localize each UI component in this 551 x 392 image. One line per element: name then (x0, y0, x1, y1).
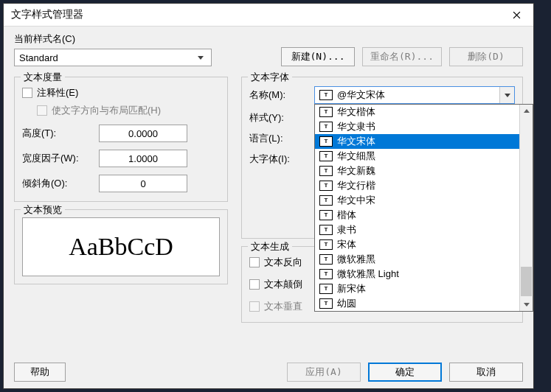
delete-button: 删除(D) (449, 47, 523, 66)
cancel-button[interactable]: 取消 (449, 363, 523, 382)
truetype-icon: T (319, 166, 333, 176)
dialog-title: 文字样式管理器 (11, 8, 83, 21)
font-option[interactable]: T隶书 (315, 223, 533, 237)
oblique-label: 倾斜角(O): (22, 177, 93, 190)
font-option[interactable]: T微软雅黑 (315, 252, 533, 267)
scroll-up-icon[interactable] (521, 105, 532, 117)
font-option[interactable]: T华文楷体 (315, 105, 533, 119)
width-factor-label: 宽度因子(W): (22, 152, 93, 165)
text-preview-group: 文本预览 AaBbCcD (14, 209, 228, 284)
font-option[interactable]: T新宋体 (315, 281, 533, 296)
truetype-icon: T (319, 136, 333, 147)
font-option[interactable]: T华文行楷 (315, 178, 533, 193)
checkbox-icon (249, 257, 260, 267)
text-measure-title: 文本度量 (21, 71, 65, 84)
font-option-label: 微软雅黑 Light (337, 267, 399, 281)
truetype-icon: T (319, 239, 333, 250)
height-input[interactable] (99, 125, 187, 142)
width-factor-input[interactable] (99, 150, 187, 167)
font-option[interactable]: T华文新魏 (315, 164, 533, 178)
close-icon (513, 11, 521, 19)
text-font-title: 文本字体 (248, 71, 292, 84)
font-option[interactable]: T华文宋体 (315, 134, 533, 149)
preview-sample: AaBbCcD (69, 233, 173, 261)
font-name-select[interactable]: T @华文宋体 (314, 86, 515, 104)
font-option-label: 华文中宋 (337, 194, 375, 207)
font-option[interactable]: T楷体 (315, 208, 533, 223)
truetype-icon: T (319, 107, 333, 117)
preview-box: AaBbCcD (22, 217, 220, 276)
font-option-label: 华文新魏 (337, 164, 375, 178)
chevron-down-icon (499, 87, 514, 103)
truetype-icon: T (319, 225, 333, 235)
checkbox-icon (249, 279, 260, 290)
truetype-icon: T (319, 210, 333, 220)
apply-button: 应用(A) (287, 363, 361, 382)
font-option[interactable]: T微软雅黑 Light (315, 267, 533, 281)
font-dropdown-list[interactable]: T华文楷体T华文隶书T华文宋体T华文细黑T华文新魏T华文行楷T华文中宋T楷体T隶… (314, 104, 533, 312)
truetype-icon: T (319, 195, 333, 206)
scrollbar[interactable] (519, 105, 533, 311)
truetype-icon: T (319, 269, 333, 279)
close-button[interactable] (500, 4, 533, 26)
help-button[interactable]: 帮助 (14, 363, 66, 382)
ok-button[interactable]: 确定 (368, 363, 442, 382)
font-option-label: 微软雅黑 (337, 253, 375, 266)
font-name-label: 名称(M): (249, 88, 308, 102)
title-bar: 文字样式管理器 (4, 4, 533, 27)
truetype-icon: T (319, 298, 333, 309)
current-style-value: Standard (19, 52, 58, 63)
new-button[interactable]: 新建(N)... (281, 47, 355, 66)
font-option-label: 华文宋体 (337, 135, 375, 148)
font-option-label: 幼圆 (337, 297, 356, 310)
current-style-select[interactable]: Standard (14, 49, 212, 66)
font-name-value: @华文宋体 (337, 88, 385, 102)
text-measure-group: 文本度量 注释性(E) 使文字方向与布局匹配(H) 高度(T): 宽度因 (14, 77, 228, 202)
font-style-label: 样式(Y): (249, 111, 308, 125)
truetype-icon: T (319, 284, 333, 294)
font-option[interactable]: T华文隶书 (315, 119, 533, 134)
font-option-label: 华文隶书 (337, 120, 375, 133)
text-gen-title: 文本生成 (248, 240, 292, 253)
font-lang-label: 语言(L): (249, 132, 308, 145)
truetype-icon: T (319, 122, 333, 132)
text-preview-title: 文本预览 (21, 203, 65, 217)
height-label: 高度(T): (22, 127, 93, 140)
annotative-checkbox[interactable]: 注释性(E) (22, 86, 220, 99)
font-option-label: 宋体 (337, 238, 356, 251)
font-option-label: 华文细黑 (337, 150, 375, 163)
bigfont-label: 大字体(I): (249, 153, 308, 166)
font-option-label: 楷体 (337, 209, 356, 222)
truetype-icon: T (319, 90, 333, 100)
font-option[interactable]: T幼圆 (315, 296, 533, 311)
checkbox-icon (249, 301, 260, 312)
scroll-down-icon[interactable] (521, 298, 532, 311)
checkbox-icon (37, 105, 47, 116)
checkbox-icon (22, 88, 32, 98)
current-style-label: 当前样式名(C) (14, 32, 213, 46)
match-layout-checkbox: 使文字方向与布局匹配(H) (37, 104, 220, 117)
font-option[interactable]: T华文细黑 (315, 149, 533, 164)
font-option-label: 新宋体 (337, 282, 366, 295)
text-font-group: 文本字体 名称(M): T @华文宋体 (241, 77, 523, 239)
oblique-input[interactable] (99, 175, 187, 192)
font-option[interactable]: T宋体 (315, 237, 533, 252)
truetype-icon: T (319, 181, 333, 191)
truetype-icon: T (319, 151, 333, 161)
dialog-window: 文字样式管理器 当前样式名(C) Standard 新建(N)... 重命名(R… (3, 3, 534, 389)
font-option-label: 隶书 (337, 223, 356, 237)
font-option-label: 华文楷体 (337, 105, 375, 119)
rename-button: 重命名(R)... (362, 47, 442, 66)
scroll-thumb[interactable] (521, 267, 532, 296)
font-option[interactable]: T华文中宋 (315, 193, 533, 208)
truetype-icon: T (319, 254, 333, 265)
font-option-label: 华文行楷 (337, 179, 375, 192)
chevron-down-icon (194, 49, 207, 66)
